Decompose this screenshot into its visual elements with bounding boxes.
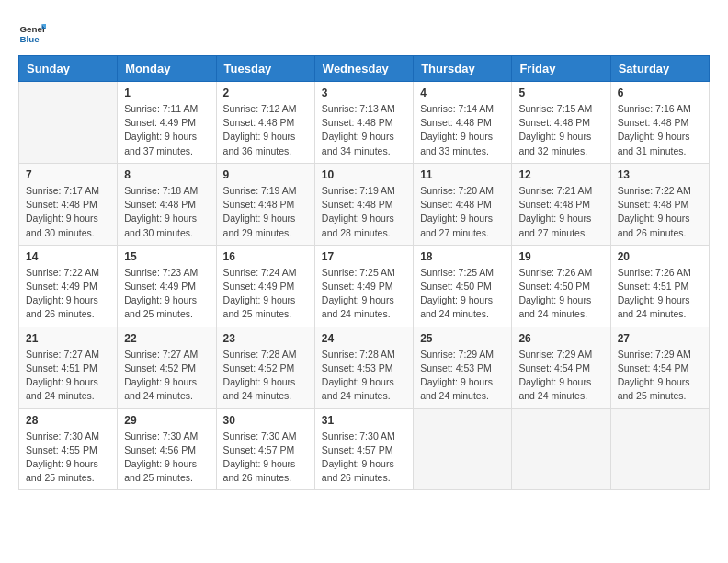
- calendar-cell: 16Sunrise: 7:24 AM Sunset: 4:49 PM Dayli…: [216, 245, 314, 327]
- calendar-cell: 23Sunrise: 7:28 AM Sunset: 4:52 PM Dayli…: [216, 327, 314, 408]
- day-info: Sunrise: 7:15 AM Sunset: 4:48 PM Dayligh…: [518, 102, 603, 158]
- calendar-cell: 7Sunrise: 7:17 AM Sunset: 4:48 PM Daylig…: [19, 163, 118, 245]
- day-info: Sunrise: 7:22 AM Sunset: 4:49 PM Dayligh…: [26, 266, 110, 322]
- day-number: 27: [618, 332, 702, 345]
- day-info: Sunrise: 7:16 AM Sunset: 4:48 PM Dayligh…: [618, 102, 702, 158]
- calendar-cell: 10Sunrise: 7:19 AM Sunset: 4:48 PM Dayli…: [314, 163, 413, 245]
- day-info: Sunrise: 7:19 AM Sunset: 4:48 PM Dayligh…: [322, 184, 406, 240]
- day-number: 5: [518, 86, 603, 99]
- calendar-cell: [414, 408, 512, 490]
- day-number: 8: [124, 168, 209, 181]
- calendar-cell: 15Sunrise: 7:23 AM Sunset: 4:49 PM Dayli…: [118, 245, 216, 327]
- day-number: 18: [420, 250, 505, 263]
- calendar-cell: [19, 82, 118, 164]
- calendar-cell: 3Sunrise: 7:13 AM Sunset: 4:48 PM Daylig…: [314, 82, 413, 164]
- day-number: 23: [223, 332, 308, 345]
- day-number: 19: [518, 250, 603, 263]
- calendar-cell: 17Sunrise: 7:25 AM Sunset: 4:49 PM Dayli…: [314, 245, 413, 327]
- calendar-cell: 12Sunrise: 7:21 AM Sunset: 4:48 PM Dayli…: [512, 163, 610, 245]
- day-number: 4: [420, 86, 505, 99]
- day-info: Sunrise: 7:29 AM Sunset: 4:54 PM Dayligh…: [518, 348, 603, 404]
- calendar-week-row: 7Sunrise: 7:17 AM Sunset: 4:48 PM Daylig…: [19, 163, 710, 245]
- calendar-cell: [610, 408, 709, 490]
- day-info: Sunrise: 7:21 AM Sunset: 4:48 PM Dayligh…: [518, 184, 603, 240]
- calendar-cell: 29Sunrise: 7:30 AM Sunset: 4:56 PM Dayli…: [118, 408, 216, 490]
- calendar-week-row: 14Sunrise: 7:22 AM Sunset: 4:49 PM Dayli…: [19, 245, 710, 327]
- calendar-header-wednesday: Wednesday: [314, 56, 413, 82]
- calendar-header-friday: Friday: [512, 56, 610, 82]
- day-info: Sunrise: 7:30 AM Sunset: 4:57 PM Dayligh…: [223, 430, 308, 486]
- calendar-cell: 13Sunrise: 7:22 AM Sunset: 4:48 PM Dayli…: [610, 163, 709, 245]
- calendar-cell: [512, 408, 610, 490]
- calendar-header-monday: Monday: [118, 56, 216, 82]
- day-info: Sunrise: 7:28 AM Sunset: 4:52 PM Dayligh…: [223, 348, 308, 404]
- calendar-cell: 28Sunrise: 7:30 AM Sunset: 4:55 PM Dayli…: [19, 408, 118, 490]
- day-info: Sunrise: 7:25 AM Sunset: 4:50 PM Dayligh…: [420, 266, 505, 322]
- day-info: Sunrise: 7:19 AM Sunset: 4:48 PM Dayligh…: [223, 184, 308, 240]
- calendar-header-thursday: Thursday: [414, 56, 512, 82]
- day-number: 25: [420, 332, 505, 345]
- day-number: 15: [124, 250, 209, 263]
- calendar-header-sunday: Sunday: [19, 56, 118, 82]
- calendar-cell: 20Sunrise: 7:26 AM Sunset: 4:51 PM Dayli…: [610, 245, 709, 327]
- day-number: 6: [618, 86, 702, 99]
- day-number: 22: [124, 332, 209, 345]
- calendar-cell: 18Sunrise: 7:25 AM Sunset: 4:50 PM Dayli…: [414, 245, 512, 327]
- logo-icon: General Blue: [18, 18, 46, 46]
- day-number: 28: [26, 414, 110, 427]
- calendar-cell: 19Sunrise: 7:26 AM Sunset: 4:50 PM Dayli…: [512, 245, 610, 327]
- logo: General Blue: [18, 18, 46, 46]
- svg-text:Blue: Blue: [20, 34, 40, 44]
- day-number: 16: [223, 250, 308, 263]
- day-info: Sunrise: 7:28 AM Sunset: 4:53 PM Dayligh…: [322, 348, 406, 404]
- day-info: Sunrise: 7:23 AM Sunset: 4:49 PM Dayligh…: [124, 266, 209, 322]
- day-number: 11: [420, 168, 505, 181]
- calendar-cell: 9Sunrise: 7:19 AM Sunset: 4:48 PM Daylig…: [216, 163, 314, 245]
- calendar-week-row: 21Sunrise: 7:27 AM Sunset: 4:51 PM Dayli…: [19, 327, 710, 408]
- calendar-cell: 5Sunrise: 7:15 AM Sunset: 4:48 PM Daylig…: [512, 82, 610, 164]
- calendar-week-row: 1Sunrise: 7:11 AM Sunset: 4:49 PM Daylig…: [19, 82, 710, 164]
- calendar-cell: 22Sunrise: 7:27 AM Sunset: 4:52 PM Dayli…: [118, 327, 216, 408]
- day-number: 17: [322, 250, 406, 263]
- day-number: 12: [518, 168, 603, 181]
- day-number: 3: [322, 86, 406, 99]
- calendar-cell: 11Sunrise: 7:20 AM Sunset: 4:48 PM Dayli…: [414, 163, 512, 245]
- calendar-header-tuesday: Tuesday: [216, 56, 314, 82]
- day-info: Sunrise: 7:14 AM Sunset: 4:48 PM Dayligh…: [420, 102, 505, 158]
- day-info: Sunrise: 7:27 AM Sunset: 4:52 PM Dayligh…: [124, 348, 209, 404]
- day-number: 14: [26, 250, 110, 263]
- calendar-week-row: 28Sunrise: 7:30 AM Sunset: 4:55 PM Dayli…: [19, 408, 710, 490]
- day-number: 21: [26, 332, 110, 345]
- day-info: Sunrise: 7:20 AM Sunset: 4:48 PM Dayligh…: [420, 184, 505, 240]
- calendar-cell: 27Sunrise: 7:29 AM Sunset: 4:54 PM Dayli…: [610, 327, 709, 408]
- day-info: Sunrise: 7:27 AM Sunset: 4:51 PM Dayligh…: [26, 348, 110, 404]
- day-info: Sunrise: 7:26 AM Sunset: 4:51 PM Dayligh…: [618, 266, 702, 322]
- calendar-cell: 4Sunrise: 7:14 AM Sunset: 4:48 PM Daylig…: [414, 82, 512, 164]
- day-info: Sunrise: 7:22 AM Sunset: 4:48 PM Dayligh…: [618, 184, 702, 240]
- day-info: Sunrise: 7:13 AM Sunset: 4:48 PM Dayligh…: [322, 102, 406, 158]
- day-info: Sunrise: 7:30 AM Sunset: 4:56 PM Dayligh…: [124, 430, 209, 486]
- day-number: 13: [618, 168, 702, 181]
- day-info: Sunrise: 7:18 AM Sunset: 4:48 PM Dayligh…: [124, 184, 209, 240]
- day-number: 10: [322, 168, 406, 181]
- calendar-cell: 21Sunrise: 7:27 AM Sunset: 4:51 PM Dayli…: [19, 327, 118, 408]
- day-number: 31: [322, 414, 406, 427]
- day-number: 30: [223, 414, 308, 427]
- day-info: Sunrise: 7:24 AM Sunset: 4:49 PM Dayligh…: [223, 266, 308, 322]
- day-info: Sunrise: 7:29 AM Sunset: 4:53 PM Dayligh…: [420, 348, 505, 404]
- day-info: Sunrise: 7:30 AM Sunset: 4:55 PM Dayligh…: [26, 430, 110, 486]
- calendar-cell: 30Sunrise: 7:30 AM Sunset: 4:57 PM Dayli…: [216, 408, 314, 490]
- page-header: General Blue: [18, 18, 710, 46]
- day-number: 1: [124, 86, 209, 99]
- calendar-cell: 25Sunrise: 7:29 AM Sunset: 4:53 PM Dayli…: [414, 327, 512, 408]
- calendar-cell: 2Sunrise: 7:12 AM Sunset: 4:48 PM Daylig…: [216, 82, 314, 164]
- day-info: Sunrise: 7:12 AM Sunset: 4:48 PM Dayligh…: [223, 102, 308, 158]
- calendar-cell: 26Sunrise: 7:29 AM Sunset: 4:54 PM Dayli…: [512, 327, 610, 408]
- day-info: Sunrise: 7:26 AM Sunset: 4:50 PM Dayligh…: [518, 266, 603, 322]
- day-number: 26: [518, 332, 603, 345]
- calendar-table: SundayMondayTuesdayWednesdayThursdayFrid…: [18, 55, 710, 490]
- calendar-cell: 6Sunrise: 7:16 AM Sunset: 4:48 PM Daylig…: [610, 82, 709, 164]
- calendar-header-row: SundayMondayTuesdayWednesdayThursdayFrid…: [19, 56, 710, 82]
- day-info: Sunrise: 7:25 AM Sunset: 4:49 PM Dayligh…: [322, 266, 406, 322]
- calendar-cell: 14Sunrise: 7:22 AM Sunset: 4:49 PM Dayli…: [19, 245, 118, 327]
